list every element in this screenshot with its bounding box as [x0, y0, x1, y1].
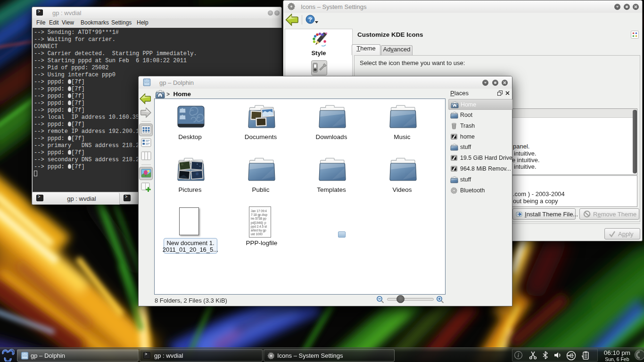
- svg-text:i: i: [518, 352, 520, 359]
